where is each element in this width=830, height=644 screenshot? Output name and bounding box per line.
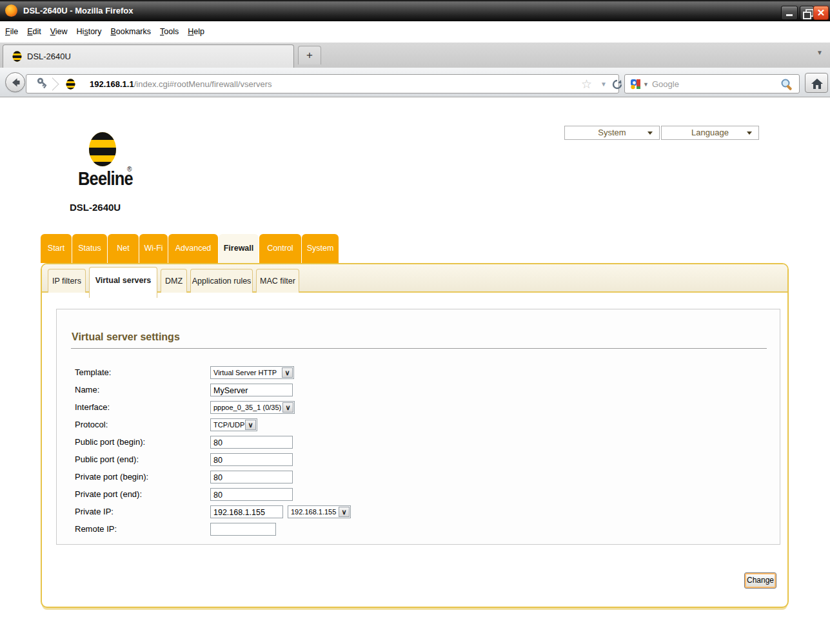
beeline-wordmark: Beeline xyxy=(78,168,133,190)
restore-button[interactable] xyxy=(800,6,814,20)
page-content: System Language Beeline ® DSL-2640U Star… xyxy=(0,98,830,644)
main-tab-start[interactable]: Start xyxy=(41,234,72,263)
chevron-down-icon xyxy=(282,402,293,413)
form-row: Interface:pppoe_0_35_1 (0/35) xyxy=(57,401,780,414)
change-button[interactable]: Change xyxy=(744,572,776,589)
private-ip-input[interactable] xyxy=(210,505,283,518)
main-tab-net[interactable]: Net xyxy=(108,234,139,263)
main-tab-nav: StartStatusNetWi-FiAdvancedFirewallContr… xyxy=(41,234,339,263)
field-label: Protocol: xyxy=(75,420,108,429)
bookmark-star-icon[interactable]: ☆ xyxy=(581,77,592,92)
registered-mark: ® xyxy=(127,166,132,173)
search-magnifier-icon[interactable] xyxy=(780,77,794,92)
sub-tab-mac-filter[interactable]: MAC filter xyxy=(256,269,299,293)
key-icon xyxy=(33,77,48,92)
urlbar-dropdown-icon[interactable]: ▼ xyxy=(600,81,607,88)
settings-panel: Virtual server settings Template:Virtual… xyxy=(56,309,780,545)
field-label: Public port (begin): xyxy=(75,437,145,447)
home-button[interactable] xyxy=(805,73,828,93)
main-tab-wi-fi[interactable]: Wi-Fi xyxy=(139,234,168,263)
google-icon xyxy=(630,79,641,90)
sub-tab-application-rules[interactable]: Application rules xyxy=(190,269,253,293)
browser-tab[interactable]: DSL-2640U xyxy=(3,44,294,68)
private-port-end-input[interactable] xyxy=(210,488,293,501)
form-row: Private IP:192.168.1.155 xyxy=(57,505,780,518)
main-tab-control[interactable]: Control xyxy=(259,234,301,263)
content-panel: IP filtersVirtual serversDMZApplication … xyxy=(41,263,789,608)
device-model: DSL-2640U xyxy=(70,202,121,213)
menu-tools[interactable]: Tools xyxy=(160,27,179,36)
form-row: Protocol:TCP/UDP xyxy=(57,418,780,431)
beeline-favicon xyxy=(65,79,76,90)
field-label: Interface: xyxy=(75,402,110,412)
field-label: Template: xyxy=(75,367,111,377)
chevron-down-icon xyxy=(245,420,256,430)
form-row: Private port (begin): xyxy=(57,471,780,483)
private-ip-select[interactable]: 192.168.1.155 xyxy=(288,505,351,518)
back-button[interactable] xyxy=(5,72,25,92)
form-row: Remote IP: xyxy=(57,523,780,536)
urlbar-separator xyxy=(52,76,60,92)
url-text[interactable]: 192.168.1.1/index.cgi#rootMenu/firewall/… xyxy=(90,79,272,89)
main-tab-status[interactable]: Status xyxy=(72,234,107,263)
brand-block: Beeline ® DSL-2640U xyxy=(69,130,198,214)
form-row: Template:Virtual Server HTTP xyxy=(57,366,780,379)
beeline-logo xyxy=(69,130,127,169)
menu-history[interactable]: History xyxy=(77,27,102,36)
field-label: Remote IP: xyxy=(75,524,117,534)
window-titlebar: DSL-2640U - Mozilla Firefox xyxy=(0,0,830,21)
chevron-down-icon xyxy=(339,507,350,517)
search-placeholder[interactable]: Google xyxy=(652,79,679,89)
template-select[interactable]: Virtual Server HTTP xyxy=(210,366,294,379)
system-dropdown[interactable]: System xyxy=(564,126,660,140)
menu-view[interactable]: View xyxy=(50,27,68,36)
firefox-icon xyxy=(5,5,17,17)
section-divider xyxy=(71,348,767,349)
public-port-end-input[interactable] xyxy=(210,453,293,466)
form-row: Public port (end): xyxy=(57,453,780,466)
interface-select[interactable]: pppoe_0_35_1 (0/35) xyxy=(210,401,295,414)
public-port-begin-input[interactable] xyxy=(210,436,293,449)
tab-list-dropdown-icon[interactable]: ▼ xyxy=(816,49,823,56)
remote-ip-input[interactable] xyxy=(210,523,276,536)
sub-tab-ip-filters[interactable]: IP filters xyxy=(48,269,86,293)
home-icon xyxy=(811,77,824,90)
search-box[interactable]: ▼ Google xyxy=(624,74,800,93)
reload-icon[interactable] xyxy=(611,78,624,91)
sub-tab-dmz[interactable]: DMZ xyxy=(161,269,187,293)
protocol-select[interactable]: TCP/UDP xyxy=(210,418,257,431)
menu-file[interactable]: File xyxy=(5,27,18,36)
main-tab-firewall[interactable]: Firewall xyxy=(219,234,259,263)
menu-bookmarks[interactable]: Bookmarks xyxy=(111,27,152,36)
back-arrow-icon xyxy=(9,76,22,89)
field-label: Private port (begin): xyxy=(75,472,148,482)
field-label: Private port (end): xyxy=(75,489,142,499)
minimize-button[interactable] xyxy=(781,6,798,20)
field-label: Name: xyxy=(75,385,99,395)
menu-edit[interactable]: Edit xyxy=(27,27,41,36)
search-engine-dropdown-icon[interactable]: ▼ xyxy=(643,81,649,88)
beeline-favicon xyxy=(12,51,23,62)
new-tab-button[interactable]: + xyxy=(298,46,321,64)
form-row: Name: xyxy=(57,384,780,396)
chevron-down-icon xyxy=(747,132,752,135)
close-button[interactable] xyxy=(813,6,829,20)
form-row: Public port (begin): xyxy=(57,436,780,449)
language-dropdown[interactable]: Language xyxy=(661,126,759,140)
section-title: Virtual server settings xyxy=(72,331,180,343)
main-tab-system[interactable]: System xyxy=(302,234,339,263)
field-label: Public port (end): xyxy=(75,454,139,464)
menu-bar: FileEditViewHistoryBookmarksToolsHelp xyxy=(0,21,830,43)
navigation-toolbar: 192.168.1.1/index.cgi#rootMenu/firewall/… xyxy=(0,68,830,97)
tab-bar: DSL-2640U + ▼ xyxy=(0,43,830,68)
main-tab-advanced[interactable]: Advanced xyxy=(168,234,218,263)
chevron-down-icon xyxy=(282,367,293,378)
private-port-begin-input[interactable] xyxy=(210,471,293,483)
menu-help[interactable]: Help xyxy=(188,27,204,36)
sub-tab-virtual-servers[interactable]: Virtual servers xyxy=(89,267,157,298)
form-row: Private port (end): xyxy=(57,488,780,501)
url-bar[interactable]: 192.168.1.1/index.cgi#rootMenu/firewall/… xyxy=(26,74,619,93)
chevron-down-icon xyxy=(647,132,653,135)
tab-title: DSL-2640U xyxy=(27,52,71,61)
name-input[interactable] xyxy=(210,384,293,396)
